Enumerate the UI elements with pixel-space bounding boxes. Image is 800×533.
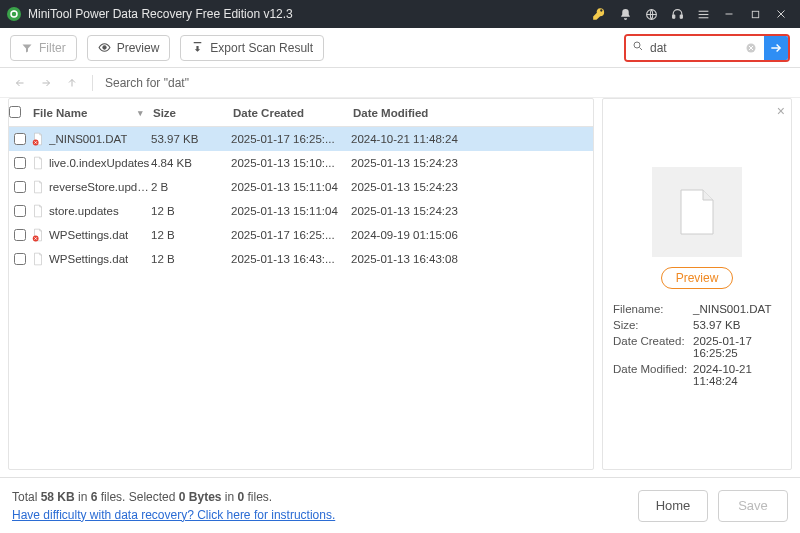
- table-row[interactable]: live.0.indexUpdates4.84 KB2025-01-13 15:…: [9, 151, 593, 175]
- export-label: Export Scan Result: [210, 41, 313, 55]
- svg-line-13: [640, 48, 643, 51]
- file-size: 4.84 KB: [151, 157, 231, 169]
- clear-search-icon[interactable]: [742, 39, 760, 57]
- file-icon: [31, 204, 45, 218]
- svg-point-12: [634, 42, 640, 48]
- help-link[interactable]: Have difficulty with data recovery? Clic…: [12, 508, 335, 522]
- file-modified: 2025-01-13 15:24:23: [351, 205, 501, 217]
- main-area: File Name▾ Size Date Created Date Modifi…: [0, 98, 800, 478]
- file-created: 2025-01-13 15:11:04: [231, 205, 351, 217]
- nav-up-icon[interactable]: [64, 75, 80, 91]
- file-name: WPSettings.dat: [49, 229, 128, 241]
- table-row[interactable]: WPSettings.dat12 B2025-01-17 16:25:...20…: [9, 223, 593, 247]
- file-modified: 2024-09-19 01:15:06: [351, 229, 501, 241]
- home-button[interactable]: Home: [638, 490, 708, 522]
- table-row[interactable]: _NINS001.DAT53.97 KB2025-01-17 16:25:...…: [9, 127, 593, 151]
- file-list-header: File Name▾ Size Date Created Date Modifi…: [9, 99, 593, 127]
- file-modified: 2024-10-21 11:48:24: [351, 133, 501, 145]
- svg-point-11: [103, 46, 106, 49]
- col-filename[interactable]: File Name: [33, 107, 87, 119]
- preview-label: Preview: [117, 41, 160, 55]
- meta-size-key: Size:: [613, 319, 693, 331]
- title-bar: MiniTool Power Data Recovery Free Editio…: [0, 0, 800, 28]
- row-checkbox[interactable]: [9, 205, 31, 217]
- save-button[interactable]: Save: [718, 490, 788, 522]
- headset-icon[interactable]: [664, 0, 690, 28]
- preview-pane: × Preview Filename:_NINS001.DAT Size:53.…: [602, 98, 792, 470]
- svg-point-0: [7, 7, 21, 21]
- file-size: 2 B: [151, 181, 231, 193]
- file-size: 12 B: [151, 205, 231, 217]
- meta-modified-val: 2024-10-21 11:48:24: [693, 363, 781, 387]
- col-created[interactable]: Date Created: [231, 107, 351, 119]
- meta-modified-key: Date Modified:: [613, 363, 693, 387]
- search-icon: [632, 40, 644, 55]
- svg-rect-5: [698, 13, 708, 14]
- breadcrumb-text: Search for "dat": [105, 76, 189, 90]
- license-key-icon[interactable]: [586, 0, 612, 28]
- file-created: 2025-01-13 16:43:...: [231, 253, 351, 265]
- svg-rect-3: [680, 15, 682, 18]
- close-icon[interactable]: [768, 0, 794, 28]
- open-preview-button[interactable]: Preview: [661, 267, 734, 289]
- meta-created-val: 2025-01-17 16:25:25: [693, 335, 781, 359]
- nav-back-icon[interactable]: [12, 75, 28, 91]
- minimize-icon[interactable]: [716, 0, 742, 28]
- col-modified[interactable]: Date Modified: [351, 107, 501, 119]
- file-icon: [31, 252, 45, 266]
- svg-rect-2: [672, 15, 674, 18]
- window-title: MiniTool Power Data Recovery Free Editio…: [28, 7, 293, 21]
- toolbar: Filter Preview Export Scan Result: [0, 28, 800, 68]
- file-icon: [31, 180, 45, 194]
- file-name: store.updates: [49, 205, 119, 217]
- export-button[interactable]: Export Scan Result: [180, 35, 324, 61]
- file-size: 12 B: [151, 229, 231, 241]
- file-rows: _NINS001.DAT53.97 KB2025-01-17 16:25:...…: [9, 127, 593, 469]
- nav-forward-icon[interactable]: [38, 75, 54, 91]
- file-name: reverseStore.upda...: [49, 181, 151, 193]
- file-created: 2025-01-17 16:25:...: [231, 229, 351, 241]
- file-icon: [31, 156, 45, 170]
- filter-button[interactable]: Filter: [10, 35, 77, 61]
- meta-filename-key: Filename:: [613, 303, 693, 315]
- svg-rect-6: [698, 17, 708, 18]
- file-icon: [31, 228, 45, 242]
- file-created: 2025-01-13 15:10:...: [231, 157, 351, 169]
- file-modified: 2025-01-13 15:24:23: [351, 181, 501, 193]
- row-checkbox[interactable]: [9, 253, 31, 265]
- globe-icon[interactable]: [638, 0, 664, 28]
- status-bar: Total 58 KB in 6 files. Selected 0 Bytes…: [0, 477, 800, 533]
- app-logo: [6, 6, 22, 22]
- file-icon: [31, 132, 45, 146]
- row-checkbox[interactable]: [9, 133, 31, 145]
- select-all-checkbox[interactable]: [9, 106, 31, 120]
- file-size: 12 B: [151, 253, 231, 265]
- svg-rect-4: [698, 10, 708, 11]
- file-name: _NINS001.DAT: [49, 133, 127, 145]
- close-preview-icon[interactable]: ×: [777, 103, 785, 119]
- search-go-button[interactable]: [764, 36, 788, 60]
- file-name: live.0.indexUpdates: [49, 157, 149, 169]
- meta-created-key: Date Created:: [613, 335, 693, 359]
- search-input[interactable]: [648, 36, 738, 60]
- row-checkbox[interactable]: [9, 181, 31, 193]
- menu-icon[interactable]: [690, 0, 716, 28]
- col-size[interactable]: Size: [151, 107, 231, 119]
- table-row[interactable]: reverseStore.upda...2 B2025-01-13 15:11:…: [9, 175, 593, 199]
- file-modified: 2025-01-13 16:43:08: [351, 253, 501, 265]
- meta-size-val: 53.97 KB: [693, 319, 781, 331]
- svg-rect-8: [752, 11, 758, 17]
- meta-filename-val: _NINS001.DAT: [693, 303, 781, 315]
- table-row[interactable]: store.updates12 B2025-01-13 15:11:042025…: [9, 199, 593, 223]
- sort-indicator-icon: ▾: [138, 108, 143, 118]
- filter-label: Filter: [39, 41, 66, 55]
- table-row[interactable]: WPSettings.dat12 B2025-01-13 16:43:...20…: [9, 247, 593, 271]
- preview-thumbnail: [652, 167, 742, 257]
- preview-button[interactable]: Preview: [87, 35, 171, 61]
- file-created: 2025-01-17 16:25:...: [231, 133, 351, 145]
- file-size: 53.97 KB: [151, 133, 231, 145]
- maximize-icon[interactable]: [742, 0, 768, 28]
- bell-icon[interactable]: [612, 0, 638, 28]
- row-checkbox[interactable]: [9, 229, 31, 241]
- row-checkbox[interactable]: [9, 157, 31, 169]
